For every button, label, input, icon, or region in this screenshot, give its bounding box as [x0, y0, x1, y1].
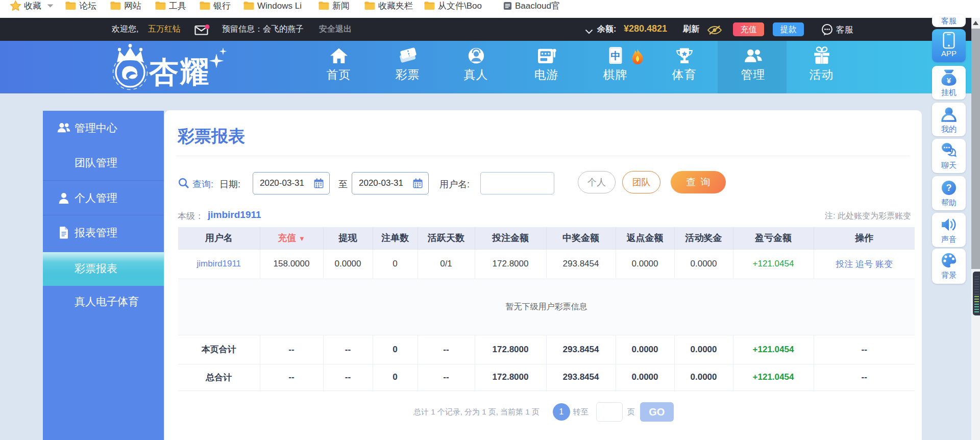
svg-text:¥: ¥ — [947, 76, 951, 85]
svg-text:?: ? — [946, 183, 952, 193]
svg-text:中: 中 — [610, 51, 620, 61]
svg-text:杏耀: 杏耀 — [149, 55, 210, 88]
